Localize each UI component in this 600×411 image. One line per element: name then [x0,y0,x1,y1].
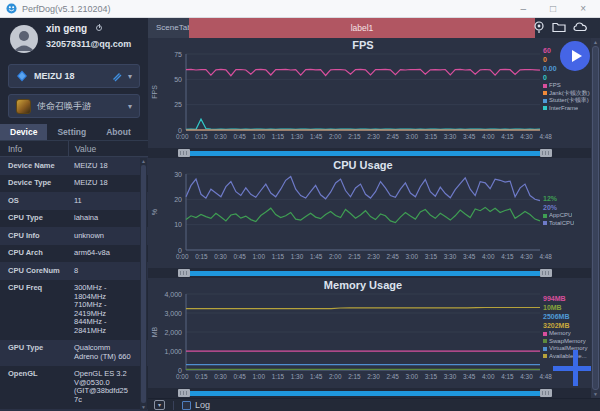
app-select[interactable]: 使命召唤手游 ▾ [8,94,140,118]
table-row: Device TypeMEIZU 18 [0,175,148,193]
scrollbar-track[interactable] [190,271,540,276]
svg-text:MB: MB [151,326,158,337]
close-button[interactable]: × [580,0,586,18]
scrollbar-left-handle[interactable] [178,149,190,157]
play-icon [572,50,582,62]
perfdog-logo [6,3,17,14]
pin-icon[interactable] [533,21,545,34]
user-name: xin geng [46,23,87,34]
table-row: GPU TypeQualcomm Adreno (TM) 660 [0,340,148,366]
main-panel: SceneTab label1 0255075FPS FPS 6000.000F… [148,18,600,411]
bottom-bar: ▾ Log [148,398,600,411]
table-row: OpenGLOpenGL ES 3.2 V@0530.0 (GIT@38bdfd… [0,366,148,409]
legend-item: Stutter(卡顿率) [543,97,591,105]
table-row: CPU Infounknown [0,227,148,245]
app-select-label: 使命召唤手游 [37,100,128,113]
svg-text:3,000: 3,000 [164,310,182,317]
expand-button[interactable]: ▾ [154,400,165,410]
table-scrollbar[interactable]: ▲ ▼ [140,158,147,410]
tab-setting[interactable]: Setting [47,124,96,140]
scroll-down-icon[interactable]: ▼ [591,391,600,397]
table-row: CPU Typelahaina [0,210,148,228]
svg-text:50: 50 [174,76,182,83]
folder-icon[interactable] [552,21,566,33]
play-button[interactable] [560,41,590,71]
scrollbar-left-handle[interactable] [178,389,190,397]
svg-text:%: % [151,209,158,215]
x-axis-ticks: 0:000:150:300:451:001:151:301:452:002:15… [176,253,552,260]
table-body: Device NameMEIZU 18Device TypeMEIZU 18OS… [0,157,148,411]
scrollbar-thumb[interactable] [141,165,146,403]
cpu-chart: 0102030% CPU Usage 12%20%AppCPUTotalCPU … [148,158,591,268]
scene-tabbar: SceneTab label1 [148,18,600,38]
device-info-table: Info Value Device NameMEIZU 18Device Typ… [0,141,148,411]
svg-text:75: 75 [174,51,182,58]
table-row: Device NameMEIZU 18 [0,157,148,175]
chevron-down-icon: ▾ [128,72,132,81]
device-icon [16,70,28,82]
legend-item: FPS [543,82,591,90]
chart-title: Memory Usage [186,279,540,291]
legend-item: SwapMemory [543,338,591,346]
sidebar: xin geng 320578311@qq.com MEIZU 18 ▾ 使命召… [0,18,148,411]
scrollbar-right-handle[interactable] [540,269,552,277]
scrollbar-left-handle[interactable] [178,269,190,277]
scrollbar-right-handle[interactable] [540,149,552,157]
maximize-button[interactable]: □ [550,0,556,18]
sidebar-tabs: DeviceSettingAbout [0,124,148,141]
cloud-icon[interactable] [573,21,588,32]
user-card: xin geng 320578311@qq.com [0,18,148,60]
x-axis-ticks: 0:000:150:300:451:001:151:301:452:002:15… [176,373,552,380]
main-vscrollbar[interactable]: ▲ ▼ [591,38,600,398]
chevron-down-icon: ▾ [128,102,132,111]
chart-hscrollbar [148,268,591,278]
chart-hscrollbar [148,148,591,158]
table-row: CPU Freq300MHz - 1804MHz 710MHz - 2419MH… [0,280,148,340]
scrollbar-track[interactable] [190,391,540,396]
legend-value: 0 [543,73,591,82]
legend-value: 3202MB [543,321,591,330]
log-checkbox[interactable] [182,401,191,410]
scroll-down-icon[interactable]: ▼ [140,404,147,410]
table-header: Info Value [0,141,148,157]
scroll-up-icon[interactable]: ▲ [591,39,600,45]
legend-item: TotalCPU [543,220,591,228]
svg-text:2,000: 2,000 [164,329,182,336]
chart-legend: 12%20%AppCPUTotalCPU [543,194,591,227]
table-row: OS11 [0,192,148,210]
legend-value: 10MB [543,303,591,312]
svg-text:10: 10 [174,221,182,228]
device-select-label: MEIZU 18 [34,71,112,81]
window-titlebar: PerfDog(v5.1.210204) – □ × [0,0,600,18]
legend-value: 20% [543,203,591,212]
scrollbar-thumb[interactable] [592,46,599,390]
svg-text:4,000: 4,000 [164,291,182,298]
memory-chart: 01,0002,0003,0004,000MB Memory Usage 994… [148,278,591,388]
table-row: CPU CoreNum8 [0,262,148,280]
svg-text:20: 20 [174,196,182,203]
user-email: 320578311@qq.com [46,39,131,49]
svg-text:25: 25 [174,101,182,108]
minimize-button[interactable]: – [521,0,527,18]
header-info: Info [0,141,68,156]
chart-title: CPU Usage [186,159,540,171]
avatar [10,25,38,53]
svg-text:1,000: 1,000 [164,348,182,355]
pen-icon[interactable] [112,71,123,82]
legend-item: Memory [543,330,591,338]
window-title: PerfDog(v5.1.210204) [22,4,521,14]
log-label: Log [195,400,210,410]
scrollbar-right-handle[interactable] [540,389,552,397]
scroll-up-icon[interactable]: ▲ [140,158,147,164]
device-select[interactable]: MEIZU 18 ▾ [8,64,140,88]
legend-item: Jank(卡顿次数) [543,90,591,98]
legend-item: InterFrame [543,105,591,113]
svg-text:FPS: FPS [151,85,158,99]
legend-item: AppCPU [543,212,591,220]
tab-device[interactable]: Device [0,124,47,140]
logout-icon[interactable] [96,24,104,32]
tab-about[interactable]: About [96,124,141,140]
scrollbar-track[interactable] [190,151,540,156]
app-icon [16,99,31,114]
tab-label1[interactable]: label1 [189,18,535,38]
